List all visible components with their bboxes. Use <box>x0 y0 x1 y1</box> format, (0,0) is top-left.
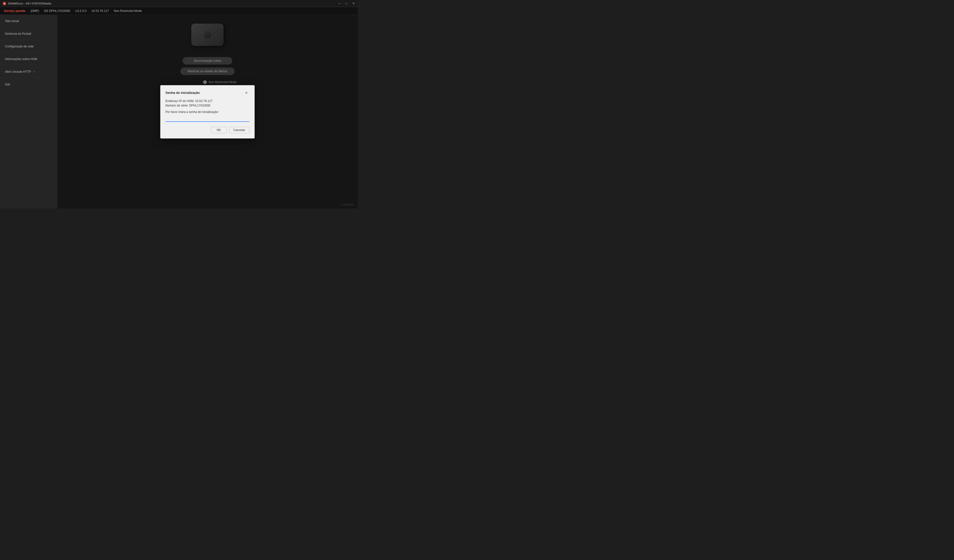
cancel-button[interactable]: Cancelar <box>229 127 249 133</box>
ip-label: 10.53.76.117 <box>92 9 109 12</box>
title-bar: D DINAMOcon - KEY-STATION\Nadia ─ □ ✕ <box>0 0 358 7</box>
window-controls: ─ □ ✕ <box>337 0 356 7</box>
sidebar-label-gerencia-pocket: Gerência do Pocket <box>5 32 31 36</box>
ok-button[interactable]: OK <box>211 127 226 133</box>
modal-ip-info: Endereço IP do HSM: 10.53.76.117 <box>165 99 249 103</box>
sidebar-label-tela-inicial: Tela Inicial <box>5 19 19 23</box>
minimize-button[interactable]: ─ <box>337 1 341 6</box>
maximize-button[interactable]: □ <box>344 1 348 6</box>
modal-serial-info: Número de série: DPHL17010000 <box>165 104 249 107</box>
sidebar-item-abrir-console[interactable]: Abrir console HTTP ↗ <box>0 65 57 78</box>
svg-text:D: D <box>4 3 5 5</box>
close-button[interactable]: ✕ <box>351 1 356 6</box>
dmp-label: (DMP) <box>31 9 39 12</box>
modal-overlay: Senha de inicialização ✕ Endereço IP do … <box>57 15 358 208</box>
modal-title: Senha de inicialização <box>165 91 200 95</box>
sidebar-label-informacoes-hsm: Informações sobre HSM <box>5 58 37 61</box>
status-bar: Serviço parado (DMP) NS DPHL17010000 v.5… <box>0 7 358 15</box>
password-input[interactable] <box>165 116 249 122</box>
sidebar-item-gerencia-pocket[interactable]: Gerência do Pocket <box>0 28 57 40</box>
app-icon: D <box>3 2 6 5</box>
modal-close-button[interactable]: ✕ <box>243 90 249 95</box>
sidebar: Tela Inicial Gerência do Pocket Configur… <box>0 15 57 208</box>
modal-header: Senha de inicialização ✕ <box>165 90 249 95</box>
version-label: v.5.2.0.0 <box>75 9 86 12</box>
modal-input-label: Por favor insira a senha de inicializaçã… <box>165 110 249 114</box>
sidebar-item-informacoes-hsm[interactable]: Informações sobre HSM <box>0 53 57 65</box>
mode-label: Non Restricted Mode <box>114 9 142 12</box>
sidebar-item-configuracao-rede[interactable]: Configuração de rede <box>0 40 57 53</box>
content-area: Sincronização online Retornar ao estado … <box>57 15 358 208</box>
external-link-icon: ↗ <box>33 70 35 73</box>
sidebar-item-sair[interactable]: Sair <box>0 78 57 91</box>
sidebar-label-sair: Sair <box>5 82 10 86</box>
senha-inicializacao-modal: Senha de inicialização ✕ Endereço IP do … <box>160 85 255 138</box>
sidebar-label-abrir-console: Abrir console HTTP <box>5 70 31 73</box>
sidebar-label-configuracao-rede: Configuração de rede <box>5 45 34 48</box>
modal-buttons: OK Cancelar <box>165 127 249 133</box>
sidebar-item-tela-inicial[interactable]: Tela Inicial <box>0 15 57 28</box>
service-status: Serviço parado <box>4 9 26 12</box>
app-title: DINAMOcon - KEY-STATION\Nadia <box>8 2 51 5</box>
main-layout: Tela Inicial Gerência do Pocket Configur… <box>0 15 358 208</box>
ns-label: NS DPHL17010000 <box>44 9 70 12</box>
